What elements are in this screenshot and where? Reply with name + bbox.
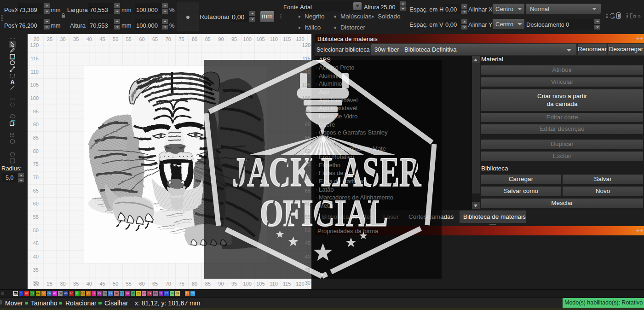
svg-text:A: A [11, 78, 15, 85]
svg-text:JACK LASER: JACK LASER [232, 149, 421, 195]
svg-text:OFICIAL: OFICIAL [260, 192, 388, 234]
